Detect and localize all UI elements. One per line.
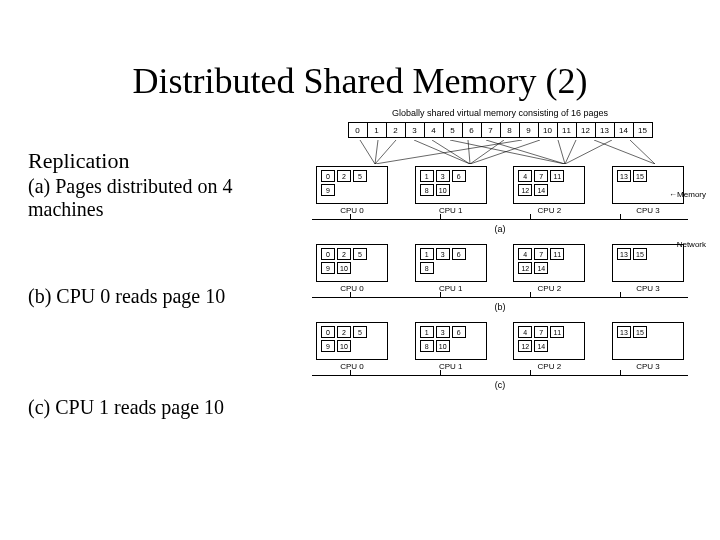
- page-line: 810: [420, 340, 450, 352]
- page-cell: 5: [353, 326, 367, 338]
- cpu-block: 025910CPU 0: [312, 322, 392, 371]
- global-page-cell: 11: [557, 122, 577, 138]
- page-cell: 11: [550, 248, 564, 260]
- page-cell: 11: [550, 326, 564, 338]
- page-cell: 0: [321, 248, 335, 260]
- svg-line-0: [360, 140, 375, 164]
- panel-b-row: 025910CPU 01368CPU 147111214CPU 21315CPU…: [300, 244, 700, 293]
- page-cell: 0: [321, 170, 335, 182]
- cpu-memory-box: 1315: [612, 244, 684, 282]
- page-cell: 10: [436, 340, 450, 352]
- bus-c: [312, 375, 688, 376]
- global-page-cell: 15: [633, 122, 653, 138]
- page-line: 136: [420, 248, 466, 260]
- global-page-cell: 5: [443, 122, 463, 138]
- page-cell: 10: [337, 262, 351, 274]
- page-cell: 15: [633, 170, 647, 182]
- left-column: Replication (a) Pages distributed on 4 m…: [28, 148, 288, 419]
- cpu-label: CPU 0: [340, 284, 364, 293]
- page-cell: 6: [452, 170, 466, 182]
- page-cell: 15: [633, 326, 647, 338]
- item-c: (c) CPU 1 reads page 10: [28, 396, 288, 419]
- page-cell: 2: [337, 248, 351, 260]
- cpu-memory-box: 1368: [415, 244, 487, 282]
- cpu-memory-box: 47111214: [513, 322, 585, 360]
- page-line: 136: [420, 170, 466, 182]
- page-line: 4711: [518, 326, 564, 338]
- page-line: 025: [321, 248, 367, 260]
- page-cell: 6: [452, 326, 466, 338]
- page-cell: 15: [633, 248, 647, 260]
- page-line: 810: [420, 184, 450, 196]
- cpu-label: CPU 3: [636, 284, 660, 293]
- cpu-block: 1368CPU 1: [411, 244, 491, 293]
- page-line: 1315: [617, 248, 647, 260]
- global-page-cell: 1: [367, 122, 387, 138]
- cpu-block: 0259CPU 0: [312, 166, 392, 215]
- svg-line-1: [375, 140, 378, 164]
- global-page-cell: 0: [348, 122, 368, 138]
- svg-line-15: [630, 140, 655, 164]
- page-cell: 2: [337, 170, 351, 182]
- cpu-memory-box: 0259: [316, 166, 388, 204]
- page-cell: 3: [436, 248, 450, 260]
- page-cell: 1: [420, 248, 434, 260]
- page-line: 136: [420, 326, 466, 338]
- global-page-cell: 7: [481, 122, 501, 138]
- page-cell: 14: [534, 184, 548, 196]
- page-line: 1315: [617, 326, 647, 338]
- page-cell: 14: [534, 262, 548, 274]
- cpu-block: 136810CPU 1: [411, 322, 491, 371]
- page-cell: 10: [436, 184, 450, 196]
- panel-c-label: (c): [300, 380, 700, 390]
- page-line: 1214: [518, 262, 548, 274]
- page-line: 025: [321, 326, 367, 338]
- page-cell: 9: [321, 184, 335, 196]
- global-page-cell: 14: [614, 122, 634, 138]
- page-cell: 3: [436, 326, 450, 338]
- cpu-label: CPU 2: [538, 284, 562, 293]
- network-label: Network: [677, 240, 706, 249]
- cpu-block: 136810CPU 1: [411, 166, 491, 215]
- bus-b: [312, 297, 688, 298]
- page-cell: 4: [518, 326, 532, 338]
- global-page-cell: 2: [386, 122, 406, 138]
- cpu-memory-box: 136810: [415, 166, 487, 204]
- slide: Distributed Shared Memory (2) Replicatio…: [0, 0, 720, 540]
- page-cell: 12: [518, 184, 532, 196]
- svg-line-12: [565, 140, 576, 164]
- page-cell: 8: [420, 262, 434, 274]
- cpu-memory-box: 136810: [415, 322, 487, 360]
- page-cell: 1: [420, 170, 434, 182]
- page-cell: 11: [550, 170, 564, 182]
- cpu-block: 1315CPU 3: [608, 244, 688, 293]
- page-cell: 3: [436, 170, 450, 182]
- cpu-label: CPU 0: [340, 206, 364, 215]
- cpu-label: CPU 2: [538, 206, 562, 215]
- page-line: 8: [420, 262, 434, 274]
- page-cell: 2: [337, 326, 351, 338]
- global-page-cell: 8: [500, 122, 520, 138]
- page-line: 1214: [518, 340, 548, 352]
- page-line: 025: [321, 170, 367, 182]
- svg-line-13: [594, 140, 655, 164]
- page-cell: 8: [420, 184, 434, 196]
- page-line: 910: [321, 340, 351, 352]
- cpu-memory-box: 47111214: [513, 166, 585, 204]
- page-cell: 13: [617, 248, 631, 260]
- figure: Globally shared virtual memory consistin…: [300, 108, 700, 400]
- item-b: (b) CPU 0 reads page 10: [28, 285, 288, 308]
- cpu-label: CPU 3: [636, 206, 660, 215]
- global-page-cell: 12: [576, 122, 596, 138]
- cpu-block: 1315CPU 3: [608, 322, 688, 371]
- page-cell: 4: [518, 170, 532, 182]
- cpu-label: CPU 1: [439, 206, 463, 215]
- global-page-cell: 13: [595, 122, 615, 138]
- arrow-left-icon: ←: [659, 190, 677, 199]
- panel-b-label: (b): [300, 302, 700, 312]
- cpu-block: 47111214CPU 2: [509, 322, 589, 371]
- svg-line-2: [375, 140, 396, 164]
- cpu-block: 025910CPU 0: [312, 244, 392, 293]
- cpu-memory-box: 1315: [612, 322, 684, 360]
- cpu-memory-box: 47111214: [513, 244, 585, 282]
